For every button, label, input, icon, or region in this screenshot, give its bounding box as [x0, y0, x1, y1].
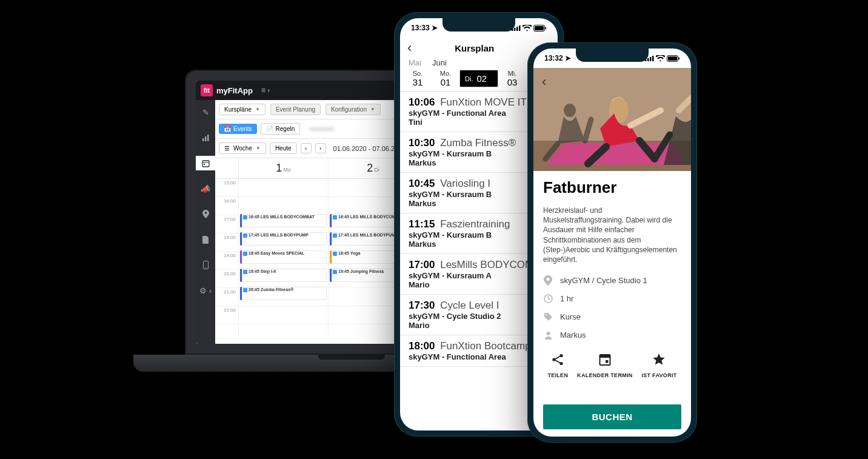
- location-arrow-icon: ➤: [565, 54, 571, 62]
- calendar-event[interactable]: 20:45 Zumba Fitness®: [240, 287, 327, 300]
- calendar-column-mo[interactable]: 16:45 LES MILLS BODYCOMBAT17:45 LES MILL…: [238, 179, 328, 337]
- svg-rect-5: [204, 164, 205, 165]
- sidebar-calendar-icon[interactable]: [196, 156, 215, 170]
- dropdown-view[interactable]: ☰ Woche▼: [219, 142, 266, 154]
- tag-icon: [543, 312, 553, 321]
- meta-duration: 1 hr: [543, 293, 681, 303]
- svg-point-31: [546, 332, 550, 335]
- svg-rect-19: [652, 56, 654, 61]
- hour-label: 18:00: [215, 233, 238, 252]
- svg-point-30: [545, 313, 546, 315]
- sidebar-mobile-icon[interactable]: [196, 258, 215, 272]
- svg-rect-10: [514, 28, 516, 31]
- btn-events[interactable]: 📅 Events: [219, 124, 257, 134]
- calendar-icon: [599, 353, 611, 370]
- svg-rect-12: [519, 25, 521, 31]
- prev-week-button[interactable]: ‹: [301, 143, 312, 153]
- svg-rect-2: [207, 135, 209, 141]
- svg-point-6: [204, 212, 207, 214]
- btn-today[interactable]: Heute: [270, 142, 297, 154]
- sidebar-edit-icon[interactable]: ✎: [196, 105, 215, 119]
- class-description: Herzkreislauf- und Muskelstraffungstrain…: [543, 206, 681, 264]
- dropdown-kursplane[interactable]: Kurspläne▼: [219, 104, 265, 115]
- back-button[interactable]: ‹: [542, 74, 546, 90]
- wifi-icon: [656, 55, 665, 62]
- svg-rect-0: [202, 138, 204, 141]
- hour-label: 22:00: [215, 306, 238, 324]
- svg-point-8: [205, 267, 206, 269]
- calendar-button[interactable]: KALENDER TERMIN: [577, 353, 633, 378]
- hero-image: [533, 68, 691, 171]
- btn-regeln[interactable]: 📄 Regeln: [261, 123, 301, 135]
- share-button[interactable]: TEILEN: [547, 353, 568, 378]
- svg-rect-36: [599, 355, 610, 358]
- day-tab[interactable]: So.31: [404, 70, 432, 87]
- svg-point-26: [564, 104, 576, 117]
- svg-point-28: [547, 278, 550, 281]
- phone-detail-mockup: 13:32 ➤ ‹: [527, 42, 697, 443]
- sidebar-location-icon[interactable]: [196, 207, 215, 221]
- person-icon: [543, 330, 553, 340]
- meta-location: skyGYM / Cycle Studio 1: [543, 275, 681, 285]
- svg-rect-21: [668, 56, 677, 61]
- svg-rect-3: [202, 161, 209, 167]
- tab-event-planung[interactable]: Event Planung: [270, 104, 321, 115]
- location-pin-icon: [543, 275, 553, 285]
- hour-label: 15:00: [215, 179, 238, 197]
- clock-icon: [543, 293, 553, 303]
- meta-category: Kurse: [543, 312, 681, 321]
- sidebar-announce-icon[interactable]: 📣: [196, 181, 215, 196]
- hour-label: 20:00: [215, 270, 238, 288]
- hour-label: 17:00: [215, 215, 238, 233]
- calendar-event[interactable]: 17:45 LES MILLS BODYPUMP: [240, 232, 327, 246]
- hour-label: 19:00: [215, 252, 238, 270]
- calendar-day-header[interactable]: 1Mo: [238, 158, 328, 178]
- day-tab[interactable]: Di.02: [459, 70, 498, 87]
- menu-toggle-icon[interactable]: ≡ ›: [261, 86, 270, 95]
- svg-rect-15: [546, 27, 547, 29]
- next-week-button[interactable]: ›: [315, 143, 326, 153]
- calendar-event[interactable]: 19:45 Step I-II: [240, 269, 327, 282]
- book-button[interactable]: BUCHEN: [543, 404, 681, 429]
- svg-rect-11: [516, 27, 518, 31]
- tab-konfiguration[interactable]: Konfiguration▼: [326, 104, 381, 115]
- svg-rect-1: [205, 136, 207, 141]
- favorite-button[interactable]: IST FAVORIT: [641, 353, 676, 378]
- svg-rect-14: [535, 26, 544, 30]
- day-tab[interactable]: Mi.03: [498, 70, 526, 87]
- app-logo: fit: [201, 84, 213, 96]
- share-icon: [551, 353, 564, 370]
- svg-rect-18: [650, 57, 652, 61]
- app-name: myFitApp: [216, 86, 253, 95]
- blurred-field: xxxxxxxx: [304, 124, 340, 134]
- meta-trainer: Markus: [543, 330, 681, 340]
- svg-rect-37: [606, 360, 609, 363]
- star-icon: [652, 353, 666, 370]
- svg-rect-17: [647, 58, 649, 61]
- hour-label: 16:00: [215, 197, 238, 215]
- class-title: Fatburner: [543, 178, 681, 197]
- sidebar-stats-icon[interactable]: [196, 130, 215, 145]
- sidebar-document-icon[interactable]: [196, 232, 215, 247]
- location-arrow-icon: ➤: [432, 24, 438, 32]
- battery-icon: [533, 25, 547, 32]
- app-sidebar: ✎ 📣 ⚙ ›: [196, 100, 215, 344]
- day-tab[interactable]: Mo.01: [432, 70, 459, 87]
- hour-label: 21:00: [215, 288, 238, 306]
- calendar-event[interactable]: 16:45 LES MILLS BODYCOMBAT: [240, 214, 327, 227]
- screen-title: Kursplan: [400, 43, 550, 53]
- battery-icon: [667, 55, 680, 62]
- sidebar-settings-icon[interactable]: ⚙ ›: [196, 283, 215, 298]
- wifi-icon: [522, 25, 532, 32]
- svg-rect-22: [679, 57, 680, 59]
- calendar-event[interactable]: 18:45 Easy Moves SPECIAL: [240, 250, 327, 264]
